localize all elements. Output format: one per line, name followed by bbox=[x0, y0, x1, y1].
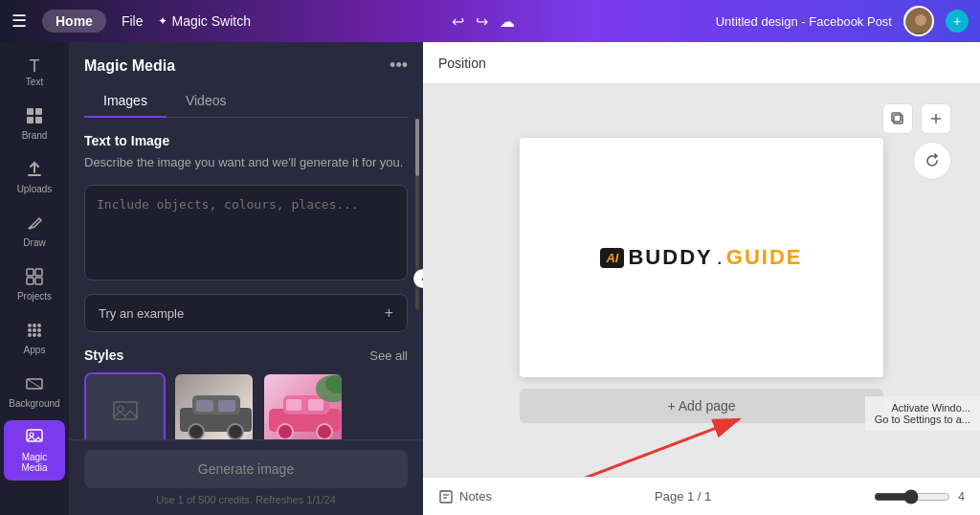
svg-point-34 bbox=[317, 424, 332, 439]
sidebar-item-uploads[interactable]: Uploads bbox=[4, 152, 65, 202]
upload-icon bbox=[25, 160, 44, 182]
projects-icon bbox=[25, 267, 44, 289]
zoom-slider[interactable] bbox=[874, 489, 950, 504]
svg-point-16 bbox=[28, 333, 32, 337]
sidebar-item-label: Brand bbox=[22, 130, 48, 141]
text-to-image-title: Text to Image bbox=[84, 133, 408, 148]
svg-point-28 bbox=[228, 424, 243, 439]
panel-content: Text to Image Describe the image you wan… bbox=[69, 118, 423, 439]
svg-rect-7 bbox=[35, 269, 42, 276]
canvas-area: Position AI bbox=[423, 42, 980, 515]
style-item-car1[interactable] bbox=[173, 372, 255, 439]
try-example-button[interactable]: Try an example + bbox=[84, 294, 408, 332]
refresh-button[interactable] bbox=[913, 142, 951, 180]
canvas-action-buttons bbox=[882, 103, 951, 134]
page-info: Page 1 / 1 bbox=[655, 489, 711, 504]
add-button[interactable] bbox=[921, 103, 951, 134]
apps-icon bbox=[25, 321, 44, 343]
add-page-button[interactable]: + Add page bbox=[520, 389, 883, 423]
share-plus-button[interactable]: + bbox=[946, 10, 969, 33]
svg-point-15 bbox=[37, 328, 41, 332]
topbar-center: ↩ ↪ ☁ bbox=[251, 12, 716, 31]
topbar-right: Untitled design - Facebook Post + bbox=[716, 6, 969, 36]
styles-header: Styles See all bbox=[84, 347, 408, 363]
document-title: Untitled design - Facebook Post bbox=[716, 14, 892, 29]
notes-label: Notes bbox=[459, 489, 492, 504]
svg-rect-3 bbox=[35, 108, 42, 115]
sidebar-item-label: Background bbox=[9, 398, 59, 409]
style-item-none[interactable] bbox=[84, 372, 166, 439]
canvas-toolbar: Position bbox=[423, 42, 980, 84]
panel-options-button[interactable]: ••• bbox=[390, 56, 408, 76]
magic-media-icon bbox=[25, 428, 44, 450]
redo-button[interactable]: ↪ bbox=[476, 12, 488, 31]
canvas-main[interactable]: AI BUDDY . GUIDE + Add page bbox=[423, 84, 980, 477]
panel-bottom: Generate image Use 1 of 500 credits. Ref… bbox=[69, 439, 423, 515]
avatar[interactable] bbox=[903, 6, 934, 36]
icon-sidebar: T Text Brand Uploads Draw Projects bbox=[0, 42, 69, 515]
sidebar-item-label: Apps bbox=[24, 345, 46, 355]
sidebar-item-brand[interactable]: Brand bbox=[4, 99, 65, 148]
svg-point-13 bbox=[28, 328, 32, 332]
position-label: Position bbox=[438, 56, 486, 71]
menu-icon[interactable]: ☰ bbox=[11, 11, 27, 32]
panel-title: Magic Media bbox=[84, 57, 175, 75]
canvas-bottom: Notes Page 1 / 1 4 bbox=[423, 477, 980, 515]
logo-guide: GUIDE bbox=[726, 245, 803, 270]
nav-magic-switch[interactable]: ✦ Magic Switch bbox=[158, 13, 250, 29]
undo-button[interactable]: ↩ bbox=[452, 12, 464, 31]
svg-point-10 bbox=[28, 324, 32, 327]
plus-icon: + bbox=[385, 304, 393, 322]
text-to-image-desc: Describe the image you want and we'll ge… bbox=[84, 154, 408, 171]
svg-point-33 bbox=[278, 424, 293, 439]
svg-rect-36 bbox=[308, 399, 323, 411]
svg-point-27 bbox=[189, 424, 204, 439]
activate-line1: Activate Windo... bbox=[875, 402, 970, 414]
text-icon: T bbox=[30, 57, 40, 75]
sidebar-item-label: Projects bbox=[17, 291, 52, 302]
cloud-save-icon[interactable]: ☁ bbox=[500, 12, 515, 31]
svg-rect-5 bbox=[35, 117, 42, 123]
see-all-button[interactable]: See all bbox=[369, 348, 408, 363]
design-canvas: AI BUDDY . GUIDE bbox=[520, 138, 883, 377]
svg-point-18 bbox=[37, 333, 41, 337]
svg-rect-30 bbox=[218, 400, 235, 412]
notes-button[interactable]: Notes bbox=[438, 489, 492, 504]
style-item-car2[interactable] bbox=[262, 372, 344, 439]
design-logo: AI BUDDY . GUIDE bbox=[600, 245, 802, 270]
nav-file[interactable]: File bbox=[122, 13, 144, 29]
svg-point-11 bbox=[33, 324, 36, 327]
topbar-left: ☰ Home File ✦ Magic Switch bbox=[11, 10, 251, 33]
sidebar-item-draw[interactable]: Draw bbox=[4, 206, 65, 256]
svg-rect-8 bbox=[27, 278, 33, 284]
styles-title: Styles bbox=[84, 347, 123, 363]
zoom-control: 4 bbox=[874, 489, 965, 504]
copy-button[interactable] bbox=[882, 103, 913, 134]
activate-windows-notice: Activate Windo... Go to Settings to a... bbox=[865, 396, 980, 431]
sidebar-item-projects[interactable]: Projects bbox=[4, 259, 65, 309]
tab-images[interactable]: Images bbox=[84, 85, 167, 118]
svg-rect-2 bbox=[27, 108, 33, 115]
svg-point-1 bbox=[915, 14, 926, 26]
svg-point-17 bbox=[33, 333, 36, 337]
svg-line-20 bbox=[27, 379, 42, 389]
sidebar-item-text[interactable]: T Text bbox=[4, 50, 65, 95]
svg-point-14 bbox=[33, 328, 36, 332]
panel-tabs: Images Videos bbox=[84, 85, 408, 118]
tab-videos[interactable]: Videos bbox=[167, 85, 246, 118]
svg-rect-6 bbox=[27, 269, 33, 276]
nav-home[interactable]: Home bbox=[42, 10, 106, 33]
magic-star-icon: ✦ bbox=[158, 14, 167, 28]
sidebar-item-apps[interactable]: Apps bbox=[4, 313, 65, 363]
logo-dot: . bbox=[717, 245, 723, 270]
design-container: AI BUDDY . GUIDE + Add page bbox=[520, 138, 883, 423]
svg-point-24 bbox=[118, 406, 123, 412]
svg-rect-29 bbox=[196, 400, 213, 412]
prompt-input[interactable] bbox=[84, 185, 408, 280]
sidebar-item-magic-media[interactable]: Magic Media bbox=[4, 420, 65, 481]
svg-rect-4 bbox=[27, 117, 33, 123]
logo-ai-box: AI bbox=[600, 248, 624, 268]
sidebar-item-background[interactable]: Background bbox=[4, 367, 65, 416]
credits-text: Use 1 of 500 credits. Refreshes 1/1/24 bbox=[84, 494, 408, 505]
generate-image-button[interactable]: Generate image bbox=[84, 450, 408, 488]
